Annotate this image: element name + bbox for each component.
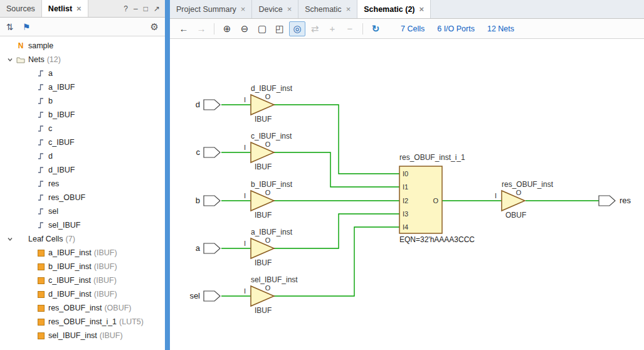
autofit-selection-button[interactable]: ◎ bbox=[289, 21, 305, 36]
io-port-d[interactable]: d bbox=[196, 100, 220, 110]
panel-divider[interactable] bbox=[165, 0, 170, 350]
left-tab-netlist[interactable]: Netlist× bbox=[42, 0, 88, 17]
tree-item-res-obuf-inst[interactable]: res_OBUF_inst(OBUF) bbox=[0, 301, 165, 315]
zoom-fit-button[interactable]: ▢ bbox=[254, 21, 270, 36]
tree-item-label: d bbox=[48, 152, 53, 161]
net-wire[interactable] bbox=[274, 227, 399, 296]
float-icon[interactable]: □ bbox=[144, 4, 148, 13]
tree-item-label: a_IBUF_inst bbox=[48, 248, 92, 257]
cell-icon bbox=[35, 277, 46, 284]
schematic-drawing[interactable]: d_IBUF_instIBUFIOc_IBUF_instIBUFIOb_IBUF… bbox=[170, 39, 644, 350]
tab-close-icon[interactable]: × bbox=[241, 5, 246, 13]
io-port-res[interactable]: res bbox=[599, 196, 631, 206]
expander-icon[interactable] bbox=[5, 236, 15, 242]
left-tabbar: SourcesNetlist× ?–□↗ bbox=[0, 0, 165, 18]
tree-item-leaf-cells[interactable]: Leaf Cells(7) bbox=[0, 232, 165, 246]
cell-a-ibuf-inst[interactable]: a_IBUF_instIBUFIO bbox=[244, 228, 293, 267]
zoom-in-button[interactable]: ⊕ bbox=[219, 21, 235, 36]
cell-instance-label: res_OBUF_inst bbox=[502, 180, 554, 189]
right-tab-schematic-2[interactable]: Schematic (2)× bbox=[357, 0, 431, 18]
port-name-label: b bbox=[196, 196, 200, 205]
netlist-design-icon: N bbox=[15, 41, 26, 50]
io-port-c[interactable]: c bbox=[196, 147, 221, 157]
tab-close-icon[interactable]: × bbox=[346, 5, 351, 13]
panel-window-controls: ?–□↗ bbox=[119, 0, 165, 17]
tree-item-res-obuf[interactable]: res_OBUF bbox=[0, 191, 165, 204]
cell-sel-ibuf-inst[interactable]: sel_IBUF_instIBUFIO bbox=[244, 275, 298, 315]
tree-item-d-ibuf[interactable]: d_IBUF bbox=[0, 163, 165, 177]
pin-label-out: O bbox=[265, 141, 271, 148]
net-icon bbox=[35, 83, 46, 91]
right-tab-device[interactable]: Device× bbox=[252, 0, 298, 18]
expand-cone-button[interactable]: ⇄ bbox=[307, 21, 323, 36]
add-to-schematic-button[interactable]: + bbox=[324, 21, 340, 36]
cell-res-obuf-inst-i-1[interactable]: res_OBUF_inst_i_1EQN=32'hAAAA3CCCI0I1I2I… bbox=[399, 153, 475, 244]
tree-item-sel-ibuf[interactable]: sel_IBUF bbox=[0, 218, 165, 232]
cell-c-ibuf-inst[interactable]: c_IBUF_instIBUFIO bbox=[244, 132, 292, 171]
io-port-b[interactable]: b bbox=[196, 196, 220, 206]
tab-label: Project Summary bbox=[176, 5, 236, 14]
schematic-canvas[interactable]: d_IBUF_instIBUFIOc_IBUF_instIBUFIOb_IBUF… bbox=[170, 39, 644, 350]
right-tab-schematic[interactable]: Schematic× bbox=[298, 0, 357, 18]
tree-item-sel-ibuf-inst[interactable]: sel_IBUF_inst(IBUF) bbox=[0, 329, 165, 342]
net-icon bbox=[35, 70, 46, 77]
tree-item-label: sel bbox=[48, 207, 58, 216]
zoom-out-button[interactable]: ⊖ bbox=[236, 21, 253, 36]
cell-d-ibuf-inst[interactable]: d_IBUF_instIBUFIO bbox=[244, 84, 293, 124]
tree-item-a-ibuf[interactable]: a_IBUF bbox=[0, 80, 165, 94]
tree-item-a-ibuf-inst[interactable]: a_IBUF_inst(IBUF) bbox=[0, 246, 165, 260]
tree-item-d[interactable]: d bbox=[0, 149, 165, 163]
forward-button[interactable]: → bbox=[193, 21, 209, 36]
minimize-icon[interactable]: – bbox=[134, 4, 138, 13]
net-wire[interactable] bbox=[274, 105, 399, 174]
maximize-icon[interactable]: ↗ bbox=[154, 4, 160, 13]
net-wire[interactable] bbox=[274, 214, 399, 248]
tab-close-icon[interactable]: × bbox=[287, 5, 292, 13]
tree-item-b-ibuf-inst[interactable]: b_IBUF_inst(IBUF) bbox=[0, 260, 165, 273]
tree-item-label: res_OBUF_inst_i_1 bbox=[48, 317, 117, 326]
tree-item-b-ibuf[interactable]: b_IBUF bbox=[0, 108, 165, 122]
tree-item-c-ibuf[interactable]: c_IBUF bbox=[0, 135, 165, 149]
tab-close-icon[interactable]: × bbox=[420, 5, 425, 13]
regenerate-button[interactable]: ↻ bbox=[367, 21, 384, 36]
tree-item-b[interactable]: b bbox=[0, 94, 165, 108]
net-wire[interactable] bbox=[274, 152, 399, 187]
tree-item-sel[interactable]: sel bbox=[0, 204, 165, 218]
expander-icon[interactable] bbox=[5, 56, 15, 63]
tree-item-res[interactable]: res bbox=[0, 177, 165, 191]
io-port-sel[interactable]: sel bbox=[189, 291, 220, 301]
cell-type-label: IBUF bbox=[255, 162, 272, 171]
io-port-a[interactable]: a bbox=[196, 243, 220, 253]
remove-from-schematic-button[interactable]: − bbox=[342, 21, 358, 36]
toolbar-separator bbox=[362, 23, 363, 34]
tree-item-d-ibuf-inst[interactable]: d_IBUF_inst(IBUF) bbox=[0, 287, 165, 301]
tree-item-res-obuf-inst-i-1[interactable]: res_OBUF_inst_i_1(LUT5) bbox=[0, 315, 165, 329]
cell-b-ibuf-inst[interactable]: b_IBUF_instIBUFIO bbox=[244, 180, 293, 220]
tree-item-c-ibuf-inst[interactable]: c_IBUF_inst(IBUF) bbox=[0, 273, 165, 287]
cell-res-obuf-inst[interactable]: res_OBUF_instOBUFIO bbox=[495, 180, 554, 220]
left-tab-sources[interactable]: Sources bbox=[0, 0, 42, 17]
left-tabs: SourcesNetlist× bbox=[0, 0, 88, 17]
schematic-panel: Project Summary×Device×Schematic×Schemat… bbox=[170, 0, 644, 350]
back-button[interactable]: ← bbox=[176, 21, 192, 36]
tree-item-c[interactable]: c bbox=[0, 122, 165, 135]
tree-item-label: res_OBUF bbox=[48, 193, 85, 202]
tree-item-a[interactable]: a bbox=[0, 66, 165, 80]
zoom-to-selection-button[interactable]: ◰ bbox=[272, 21, 288, 36]
lut-pin-label-i4: I4 bbox=[403, 223, 408, 231]
tree-item-sample[interactable]: Nsample bbox=[0, 39, 165, 53]
settings-gear-icon[interactable]: ⚙ bbox=[150, 21, 159, 33]
scroll-to-selection-icon[interactable]: ⚑ bbox=[23, 22, 31, 32]
tree-item-nets[interactable]: Nets(12) bbox=[0, 53, 165, 66]
tree-item-label: c_IBUF_inst bbox=[48, 276, 91, 285]
tab-close-icon[interactable]: × bbox=[77, 4, 82, 13]
cell-type-label: IBUF bbox=[255, 115, 272, 124]
help-icon[interactable]: ? bbox=[124, 4, 128, 13]
cell-icon bbox=[35, 319, 46, 326]
pin-label-in: I bbox=[244, 287, 246, 295]
right-tab-project-summary[interactable]: Project Summary× bbox=[170, 0, 252, 18]
collapse-all-icon[interactable]: ⇅ bbox=[6, 22, 14, 32]
lut-eqn-label: EQN=32'hAAAA3CCC bbox=[399, 235, 475, 244]
lut-pin-label-o: O bbox=[433, 197, 438, 204]
cell-icon bbox=[35, 291, 46, 298]
